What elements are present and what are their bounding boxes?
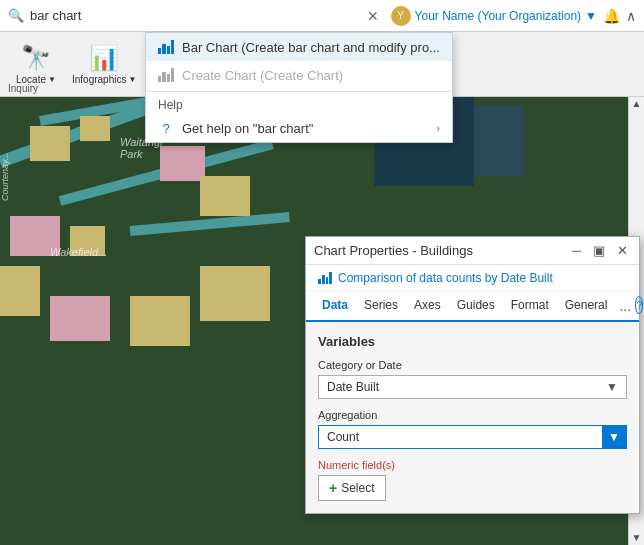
create-chart-icon [158, 67, 174, 83]
map-building-7 [0, 266, 40, 316]
tab-axes[interactable]: Axes [406, 292, 449, 322]
chart-subtitle-text: Comparison of data counts by Date Built [338, 271, 553, 285]
variables-section-title: Variables [318, 334, 627, 349]
bar-chart-label: Bar Chart (Create bar chart and modify p… [182, 40, 440, 55]
chart-tabs: Data Series Axes Guides Format General .… [306, 292, 639, 322]
map-building-1 [30, 126, 70, 161]
numeric-fields-section: Numeric field(s) + Select [318, 459, 627, 501]
search-icon: 🔍 [8, 8, 24, 23]
aggregation-dropdown[interactable]: Count ▼ [318, 425, 627, 449]
inquiry-group-label: Inquiry [8, 83, 38, 94]
chart-properties-panel: Chart Properties - Buildings ─ ▣ ✕ Compa… [305, 236, 640, 514]
map-building-5 [160, 146, 205, 181]
select-button[interactable]: + Select [318, 475, 386, 501]
toolbar-binoculars[interactable]: 🔭 Locate ▼ [8, 40, 64, 89]
category-dropdown-arrow: ▼ [606, 380, 618, 394]
chart-panel-title: Chart Properties - Buildings [314, 243, 563, 258]
add-icon: + [329, 480, 337, 496]
bar-chart-menu-icon [158, 39, 174, 55]
tab-data[interactable]: Data [314, 292, 356, 322]
search-clear-button[interactable]: ✕ [367, 8, 379, 24]
map-dark-area-2 [474, 106, 524, 176]
courtenay-label: Courtenay... [0, 153, 10, 201]
bar-chart-icon-2 [158, 68, 174, 82]
wakefield-label: Wakefield... [50, 246, 107, 258]
help-question-icon: ? [158, 120, 174, 136]
bar-chart-menu-item[interactable]: Bar Chart (Create bar chart and modify p… [146, 33, 452, 61]
tab-general[interactable]: General [557, 292, 616, 322]
aggregation-label: Aggregation [318, 409, 627, 421]
help-section-label: Help [146, 94, 452, 114]
tab-format[interactable]: Format [503, 292, 557, 322]
user-dropdown-arrow: ▼ [585, 9, 597, 23]
bell-icon[interactable]: 🔔 [603, 8, 620, 24]
select-label: Select [341, 481, 374, 495]
search-query[interactable]: bar chart [30, 8, 367, 23]
map-building-10 [130, 296, 190, 346]
search-dropdown: Bar Chart (Create bar chart and modify p… [145, 32, 453, 143]
chart-subtitle-icon [318, 272, 332, 284]
tab-guides[interactable]: Guides [449, 292, 503, 322]
more-tabs-button[interactable]: ... [615, 292, 635, 320]
help-arrow: › [437, 123, 440, 134]
user-label: Your Name (Your Organization) [415, 9, 582, 23]
map-building-2 [80, 116, 110, 141]
numeric-fields-label: Numeric field(s) [318, 459, 627, 471]
infographics-label: Infographics ▼ [72, 74, 136, 85]
chart-panel-subtitle: Comparison of data counts by Date Built [306, 265, 639, 292]
toolbar-infographics[interactable]: 📊 Infographics ▼ [64, 40, 144, 89]
category-value: Date Built [327, 380, 606, 394]
user-avatar: Y [391, 6, 411, 26]
map-building-9 [200, 266, 270, 321]
help-item-label: Get help on "bar chart" [182, 121, 313, 136]
bar-chart-icon [158, 40, 174, 54]
map-building-8 [50, 296, 110, 341]
chart-panel-titlebar: Chart Properties - Buildings ─ ▣ ✕ [306, 237, 639, 265]
aggregation-dropdown-arrow: ▼ [602, 426, 626, 448]
create-chart-menu-item: Create Chart (Create Chart) [146, 61, 452, 89]
tab-series[interactable]: Series [356, 292, 406, 322]
category-label: Category or Date [318, 359, 627, 371]
chart-panel-body: Variables Category or Date Date Built ▼ … [306, 322, 639, 513]
aggregation-value: Count [327, 430, 610, 444]
panel-close-button[interactable]: ✕ [614, 243, 631, 258]
binoculars-icon: 🔭 [21, 44, 51, 72]
user-info[interactable]: Y Your Name (Your Organization) ▼ [391, 6, 597, 26]
scroll-down-arrow[interactable]: ▼ [632, 532, 642, 543]
expand-icon[interactable]: ∧ [626, 8, 636, 24]
menu-separator [146, 91, 452, 92]
panel-restore-button[interactable]: ▣ [590, 243, 608, 258]
help-menu-item[interactable]: ? Get help on "bar chart" › [146, 114, 452, 142]
scroll-up-arrow[interactable]: ▲ [632, 98, 642, 109]
search-bar: 🔍 bar chart ✕ Y Your Name (Your Organiza… [0, 0, 644, 32]
map-building-6 [200, 176, 250, 216]
infographics-icon: 📊 [89, 44, 119, 72]
create-chart-label: Create Chart (Create Chart) [182, 68, 343, 83]
panel-minimize-button[interactable]: ─ [569, 243, 584, 258]
category-dropdown[interactable]: Date Built ▼ [318, 375, 627, 399]
